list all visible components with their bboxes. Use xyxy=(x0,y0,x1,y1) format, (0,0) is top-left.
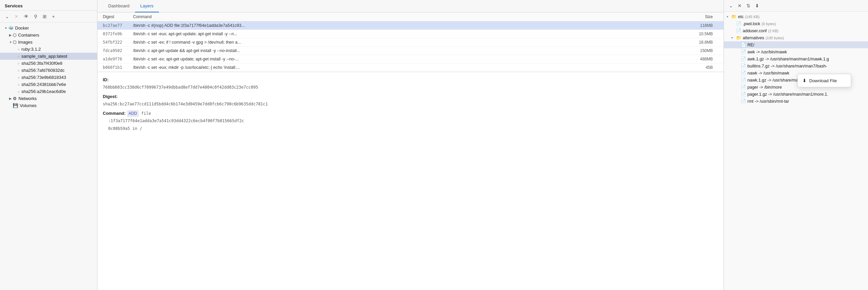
sidebar-item-sha4[interactable]: ○ sha256:24381bbb7e6e xyxy=(0,81,97,88)
row-digest: fdca9502 xyxy=(103,49,133,53)
table-row[interactable]: fdca9502 /bin/sh -c apt-get update && ap… xyxy=(97,47,723,55)
sidebar-item-volumes[interactable]: 💾 Volumes xyxy=(0,102,97,109)
expand-icon: ▾ xyxy=(731,36,736,40)
row-digest: bc27ae77 xyxy=(103,23,133,28)
expand-icon: ▾ xyxy=(726,15,731,19)
table-row[interactable]: 0372fe9b /bin/sh -c set -eux; apt-get up… xyxy=(97,30,723,38)
table-header: Digest Command Size xyxy=(97,12,723,22)
file-item-builtins[interactable]: 📄 builtins.7.gz -> /usr/share/man/man7/b… xyxy=(724,62,868,69)
sha4-label: sha256:24381bbb7e6e xyxy=(22,82,66,87)
file-label: awk -> /usr/bin/mawk xyxy=(747,50,787,54)
file-icon: 📄 xyxy=(736,21,741,26)
sidebar-item-sample-rails[interactable]: ○ sample_rails_app:latest xyxy=(0,53,97,60)
ruby-label: ruby:3.1.2 xyxy=(22,47,41,52)
file-collapse-button[interactable]: ⌄ xyxy=(727,2,735,9)
collapse-button[interactable]: ⌄ xyxy=(3,13,11,20)
sidebar-item-sha3[interactable]: ○ sha256:73e9b6818343 xyxy=(0,74,97,81)
table-row[interactable]: bc27ae77 /bin/sh -c #(nop) ADD file:1f3a… xyxy=(97,22,723,30)
arrow-icon: ▾ xyxy=(8,40,13,44)
tab-dashboard[interactable]: Dashboard xyxy=(103,0,135,12)
col-header-size: Size xyxy=(691,14,718,19)
file-item-adduser-conf[interactable]: 📄 adduser.conf (2 KB) xyxy=(724,27,868,34)
row-size: 10.5MB xyxy=(691,32,718,36)
id-label: ID: xyxy=(103,77,108,82)
file-download-button[interactable]: ⬇ xyxy=(753,2,761,9)
file-sort-button[interactable]: ⇅ xyxy=(745,2,752,9)
image-item-icon: ○ xyxy=(18,90,20,94)
sidebar-header: Services xyxy=(0,0,97,11)
volumes-label: Volumes xyxy=(20,103,37,108)
row-command: /bin/sh -c set -eux; mkdir -p /usr/local… xyxy=(133,65,691,70)
row-size: 18.8MB xyxy=(691,40,718,45)
sidebar-item-ruby[interactable]: ○ ruby:3.1.2 xyxy=(0,46,97,53)
file-size: (145 KB) xyxy=(745,15,760,19)
tab-layers[interactable]: Layers xyxy=(135,0,159,12)
image-item-icon: ○ xyxy=(18,61,20,65)
file-size: (100 bytes) xyxy=(766,36,784,40)
sidebar-tree: ▾ 🐳 Docker ▶ ⬡ Containers ▾ ⬡ Images xyxy=(0,23,97,290)
image-item-icon: ○ xyxy=(18,83,20,87)
file-icon: 📄 xyxy=(741,77,746,83)
sidebar-item-sha2[interactable]: ○ sha256:7afd760832dc xyxy=(0,67,97,74)
image-item-icon: ○ xyxy=(18,47,20,51)
networks-icon: ⚙ xyxy=(13,96,17,101)
file-item-readme[interactable]: 📄 RE/ xyxy=(724,41,868,49)
layers-content: Digest Command Size bc27ae77 /bin/sh -c … xyxy=(97,12,723,290)
file-item-etc[interactable]: ▾ 📁 etc (145 KB) xyxy=(724,13,868,20)
eye-button[interactable]: 👁 xyxy=(22,13,30,20)
folder-icon: 📁 xyxy=(736,35,741,40)
file-icon: 📄 xyxy=(741,92,746,97)
download-file-button[interactable]: ⬇ Download File xyxy=(798,75,851,86)
sidebar-toolbar: ⌄ ✕ 👁 ⚲ ⊞ + xyxy=(0,11,97,23)
row-digest: a1de9f76 xyxy=(103,57,133,61)
row-digest: b060f1b1 xyxy=(103,65,133,70)
sidebar-item-images[interactable]: ▾ ⬡ Images xyxy=(0,39,97,46)
row-size: 118MB xyxy=(691,23,718,28)
sha2-label: sha256:7afd760832dc xyxy=(22,68,65,73)
file-item-alternatives[interactable]: ▾ 📁 alternatives (100 bytes) xyxy=(724,34,868,41)
table-row[interactable]: b060f1b1 /bin/sh -c set -eux; mkdir -p /… xyxy=(97,63,723,72)
sidebar-item-sha5[interactable]: ○ sha256:a29b1eac6d0e xyxy=(0,88,97,95)
file-panel: ⌄ ✕ ⇅ ⬇ ▾ 📁 etc (145 KB) 📄 .pwd.lock xyxy=(723,0,868,290)
file-label: .pwd.lock xyxy=(743,22,760,26)
digest-label: Digest: xyxy=(103,94,118,99)
digest-value: sha256:bc27ae77ccd111d5bdd4c6b174e3d0459… xyxy=(103,102,268,106)
sha3-label: sha256:73e9b6818343 xyxy=(22,75,66,80)
file-label: adduser.conf xyxy=(743,29,767,33)
file-label: nawk -> /usr/bin/mawk xyxy=(747,71,789,75)
file-item-rmt[interactable]: 📄 rmt -> /usr/sbin/rmt-tar xyxy=(724,98,868,105)
download-icon: ⬇ xyxy=(803,78,807,83)
images-icon: ⬡ xyxy=(13,40,17,45)
file-size: (2 KB) xyxy=(768,29,779,33)
table-row[interactable]: a1de9f76 /bin/sh -c set -ex; apt-get upd… xyxy=(97,55,723,63)
file-icon: 📄 xyxy=(741,49,746,54)
file-item-awk[interactable]: 📄 awk -> /usr/bin/mawk xyxy=(724,49,868,55)
sidebar-item-networks[interactable]: ▶ ⚙ Networks xyxy=(0,95,97,102)
sidebar-item-sha1[interactable]: ○ sha256:3fa7f430f0e8 xyxy=(0,60,97,67)
file-item-awk1gz[interactable]: 📄 awk.1.gz -> /usr/share/man/man1/mawk.1… xyxy=(724,55,868,62)
networks-label: Networks xyxy=(19,96,37,101)
sidebar-item-containers[interactable]: ▶ ⬡ Containers xyxy=(0,32,97,39)
file-label: RE/ xyxy=(747,43,754,47)
filter-button[interactable]: ⚲ xyxy=(32,13,39,20)
command-label: Command: xyxy=(103,111,126,116)
row-command: /bin/sh -c apt-get update && apt-get ins… xyxy=(133,49,691,53)
file-item-pwd-lock[interactable]: 📄 .pwd.lock (0 bytes) xyxy=(724,20,868,27)
table-row[interactable]: 54fbf322 /bin/sh -c set -ex; if ! comman… xyxy=(97,38,723,47)
command-tag: ADD xyxy=(127,110,139,117)
file-item-pager1gz[interactable]: 📄 pager.1.gz -> /usr/share/man/man1/more… xyxy=(724,91,868,98)
sample-rails-label: sample_rails_app:latest xyxy=(22,54,67,59)
file-icon: 📄 xyxy=(741,99,746,104)
close-button[interactable]: ✕ xyxy=(13,13,20,20)
file-label: etc xyxy=(738,14,744,19)
docker-label: Docker xyxy=(15,26,29,31)
tabs-bar: Dashboard Layers xyxy=(97,0,723,12)
sidebar-item-docker[interactable]: ▾ 🐳 Docker xyxy=(0,25,97,32)
file-panel-toolbar: ⌄ ✕ ⇅ ⬇ xyxy=(724,0,868,12)
layers-table: Digest Command Size bc27ae77 /bin/sh -c … xyxy=(97,12,723,72)
add-button[interactable]: + xyxy=(51,13,56,20)
file-label: rmt -> /usr/sbin/rmt-tar xyxy=(747,99,789,104)
file-size: (0 bytes) xyxy=(762,22,776,26)
newtab-button[interactable]: ⊞ xyxy=(41,13,49,20)
file-close-button[interactable]: ✕ xyxy=(736,2,743,9)
